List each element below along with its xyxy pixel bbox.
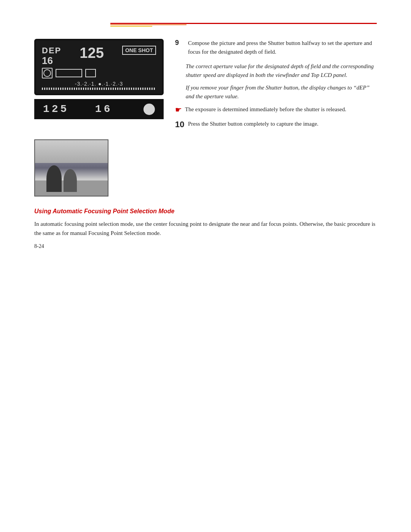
lcd-number-125: 125 bbox=[80, 46, 104, 60]
step9-note: ☛ The exposure is determined immediately… bbox=[175, 105, 377, 114]
lcd-rect-box bbox=[56, 69, 82, 77]
step9-content: 9 Compose the picture and press the Shut… bbox=[175, 39, 377, 57]
section-heading: Using Automatic Focusing Point Selection… bbox=[34, 208, 377, 215]
photo-silhouette2 bbox=[64, 169, 77, 192]
lcd-oneshot-label: ONE SHOT bbox=[122, 46, 156, 55]
step9-text: Compose the picture and press the Shutte… bbox=[188, 39, 377, 57]
photo-sky bbox=[35, 140, 108, 163]
page-number: 8-24 bbox=[34, 243, 44, 249]
lcd-circle-icon bbox=[42, 68, 53, 78]
step10-header: 10 Press the Shutter button completely t… bbox=[175, 120, 377, 129]
decorative-lines bbox=[34, 23, 377, 27]
step9-row: DEP 16 125 ONE SHOT -3.·2.·1 bbox=[34, 39, 377, 132]
lcd-bar-numbers: 125 16 bbox=[43, 103, 143, 115]
lcd-viewfinder: DEP 16 125 ONE SHOT -3.·2.·1 bbox=[34, 39, 164, 95]
section-body: In automatic focusing point selection mo… bbox=[34, 219, 377, 238]
step9-italic2: If you remove your finger from the Shutt… bbox=[186, 83, 377, 101]
right-column-step9: 9 Compose the picture and press the Shut… bbox=[175, 39, 377, 132]
lcd-bar: 125 16 bbox=[34, 99, 164, 119]
photo-inner bbox=[35, 140, 108, 196]
lcd-dep-label: DEP bbox=[42, 46, 61, 56]
photo-silhouette1 bbox=[46, 165, 62, 192]
step10-row bbox=[34, 139, 377, 197]
lcd-scale: -3.·2.·1. ●.·1.·2.·3 bbox=[42, 81, 156, 87]
lcd-number-16-top: 16 bbox=[42, 56, 61, 66]
step9-italic1: The correct aperture value for the desig… bbox=[186, 62, 377, 80]
left-column: DEP 16 125 ONE SHOT -3.·2.·1 bbox=[34, 39, 164, 132]
red-line bbox=[110, 23, 377, 24]
lcd-bar-circle bbox=[143, 104, 155, 115]
cassette-icon: ☛ bbox=[175, 105, 182, 114]
lcd-small-rect bbox=[85, 69, 96, 77]
step10-number: 10 bbox=[175, 120, 186, 129]
orange-line bbox=[110, 24, 186, 25]
step9-number: 9 bbox=[175, 39, 186, 57]
photo-image bbox=[34, 139, 108, 197]
step9-note-text: The exposure is determined immediately b… bbox=[185, 105, 346, 114]
step10-spacer bbox=[120, 139, 377, 197]
yellow-line bbox=[110, 26, 152, 27]
step10-text: Press the Shutter button completely to c… bbox=[188, 120, 319, 129]
lcd-dots bbox=[42, 88, 156, 90]
